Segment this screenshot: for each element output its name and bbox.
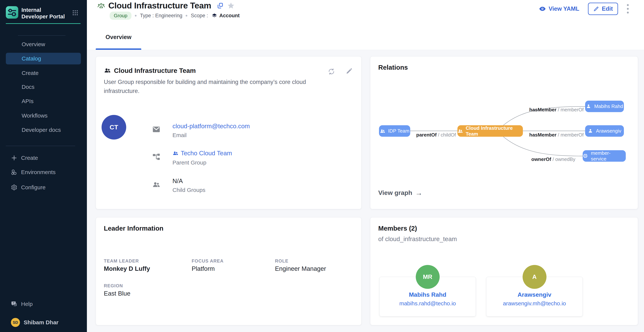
service-chip-icon bbox=[583, 153, 588, 159]
field-label-team-leader: TEAM LEADER bbox=[104, 258, 139, 264]
user-menu[interactable]: SD Shibam Dhar bbox=[6, 317, 81, 328]
member-avatar: MR bbox=[416, 265, 440, 289]
member-name-link[interactable]: Arawsengiv bbox=[486, 291, 582, 298]
sidebar-action-create[interactable]: Create bbox=[6, 152, 81, 164]
sidebar-item-workflows[interactable]: Workflows bbox=[6, 110, 81, 122]
edge-label-ownerof: ownerOf / ownedBy bbox=[531, 157, 575, 162]
sidebar-item-label: Developer docs bbox=[22, 127, 61, 133]
field-value-team-leader: Monkey D Luffy bbox=[104, 265, 150, 272]
member-tile[interactable]: A Arawsengiv arawsengiv.mh@techo.io bbox=[486, 277, 583, 317]
more-options-kebab-icon[interactable] bbox=[627, 3, 629, 14]
arrow-right-icon: → bbox=[415, 189, 422, 196]
title-row: Cloud Infrastructure Team bbox=[98, 1, 235, 10]
user-avatar: SD bbox=[11, 318, 20, 327]
group-description: User Group responsible for building and … bbox=[104, 78, 316, 96]
members-subtitle: of cloud_infrastructure_team bbox=[378, 235, 457, 243]
group-entity-icon bbox=[98, 2, 105, 9]
sidebar-action-label: Environments bbox=[21, 169, 56, 175]
field-label-role: ROLE bbox=[275, 258, 288, 264]
field-label-focus-area: FOCUS AREA bbox=[192, 258, 224, 264]
dot-separator bbox=[135, 15, 136, 16]
type-label: Type : Engineering bbox=[140, 13, 182, 18]
member-name-link[interactable]: Mabihs Rahd bbox=[380, 291, 476, 298]
edge-forward: parentOf bbox=[416, 132, 436, 138]
parent-group-label: Parent Group bbox=[172, 160, 206, 166]
app-title: Internal Developer Portal bbox=[22, 7, 68, 20]
edge-label-parentof: parentOf / childOf bbox=[416, 132, 456, 138]
edge-forward: ownerOf bbox=[531, 157, 551, 162]
app-root: Internal Developer Portal Overview Catal… bbox=[0, 0, 644, 332]
sidebar-action-configure[interactable]: Configure bbox=[6, 181, 81, 193]
member-tile[interactable]: MR Mabihs Rahd mabihs.rahd@techo.io bbox=[379, 277, 476, 317]
active-tab-underline bbox=[96, 48, 141, 50]
sidebar-item-label: Catalog bbox=[22, 55, 41, 62]
person-icon bbox=[588, 128, 594, 134]
sidebar-item-docs[interactable]: Docs bbox=[6, 81, 81, 93]
field-value-focus-area: Platform bbox=[192, 265, 215, 272]
edit-button[interactable]: Edit bbox=[588, 3, 618, 15]
people-icon bbox=[380, 128, 386, 134]
layers-icon bbox=[212, 13, 218, 19]
edge-reverse: / memberOf bbox=[558, 107, 584, 113]
group-avatar: CT bbox=[102, 115, 126, 140]
edge-forward: hasMember bbox=[529, 132, 556, 138]
view-yaml-label: View YAML bbox=[549, 5, 579, 12]
page-title: Cloud Infrastructure Team bbox=[108, 1, 211, 10]
help-button[interactable]: ? Help bbox=[6, 298, 81, 310]
app-logo-icon[interactable] bbox=[6, 6, 18, 18]
refresh-icon[interactable] bbox=[328, 68, 335, 75]
relations-card: Relations bbox=[370, 56, 638, 209]
graph-node-member-service[interactable]: member-service bbox=[583, 150, 626, 162]
graph-node-mabihs-rahd[interactable]: Mabihs Rahd bbox=[585, 101, 624, 112]
sidebar-item-developer-docs[interactable]: Developer docs bbox=[6, 124, 81, 136]
field-value-role: Engineer Manager bbox=[275, 265, 326, 272]
sidebar-item-overview[interactable]: Overview bbox=[6, 38, 81, 50]
view-graph-link[interactable]: View graph → bbox=[378, 189, 422, 196]
node-label: Cloud Infrastructure Team bbox=[466, 125, 523, 137]
node-label: Mabihs Rahd bbox=[594, 103, 623, 109]
help-chat-icon: ? bbox=[11, 301, 17, 307]
app-switcher-grid-icon[interactable] bbox=[72, 9, 78, 16]
card-title: Cloud Infrastructure Team bbox=[114, 67, 196, 74]
group-email-link[interactable]: cloud-platform@techco.com bbox=[172, 123, 250, 130]
node-label: Arawsengiv bbox=[596, 128, 621, 134]
gear-icon bbox=[11, 184, 17, 191]
plus-icon bbox=[11, 155, 17, 161]
favorite-star-icon[interactable] bbox=[227, 2, 235, 9]
member-email-link[interactable]: mabihs.rahd@techo.io bbox=[380, 300, 476, 307]
view-yaml-button[interactable]: View YAML bbox=[539, 5, 579, 12]
tab-overview[interactable]: Overview bbox=[96, 25, 141, 50]
edge-reverse: / ownedBy bbox=[552, 157, 575, 162]
edit-button-label: Edit bbox=[602, 5, 613, 12]
hierarchy-icon bbox=[152, 153, 160, 161]
badge-row: Group Type : Engineering Scope : Account bbox=[110, 12, 240, 20]
sidebar-item-catalog[interactable]: Catalog bbox=[6, 53, 81, 64]
sidebar-action-label: Create bbox=[21, 155, 38, 161]
relations-graph: IDP Team Cloud Infrastructure Team bbox=[370, 56, 638, 209]
people-icon bbox=[172, 150, 178, 156]
copy-icon[interactable] bbox=[217, 2, 224, 9]
parent-group-link[interactable]: Techo Cloud Team bbox=[172, 150, 232, 157]
sidebar-item-apis[interactable]: APIs bbox=[6, 95, 81, 107]
members-card: Members (2) of cloud_infrastructure_team… bbox=[370, 217, 638, 325]
parent-group-value: Techo Cloud Team bbox=[181, 150, 232, 157]
graph-node-idp-team[interactable]: IDP Team bbox=[379, 125, 410, 137]
sidebar-item-create[interactable]: Create bbox=[6, 67, 81, 79]
sidebar-item-label: APIs bbox=[22, 98, 34, 104]
pencil-icon bbox=[593, 6, 599, 12]
sidebar-action-environments[interactable]: Environments bbox=[6, 166, 81, 178]
eye-icon bbox=[539, 5, 546, 12]
edge-label-hasmember-2: hasMember / memberOf bbox=[529, 132, 584, 138]
child-groups-label: Child Groups bbox=[172, 187, 206, 193]
people-icon bbox=[458, 128, 463, 134]
edit-pencil-icon[interactable] bbox=[345, 67, 353, 75]
member-email-link[interactable]: arawsengiv.mh@techo.io bbox=[486, 300, 582, 307]
tab-strip: Overview bbox=[87, 25, 644, 50]
child-groups-value: N/A bbox=[172, 177, 183, 184]
sidebar-item-label: Docs bbox=[22, 84, 34, 90]
graph-node-arawsengiv[interactable]: Arawsengiv bbox=[585, 125, 624, 137]
page-header: Cloud Infrastructure Team Group Type : E… bbox=[87, 0, 644, 25]
graph-node-cloud-infrastructure-team[interactable]: Cloud Infrastructure Team bbox=[458, 125, 523, 137]
group-overview-card: Cloud Infrastructure Team User Group res… bbox=[96, 56, 362, 209]
node-label: member-service bbox=[591, 150, 626, 162]
